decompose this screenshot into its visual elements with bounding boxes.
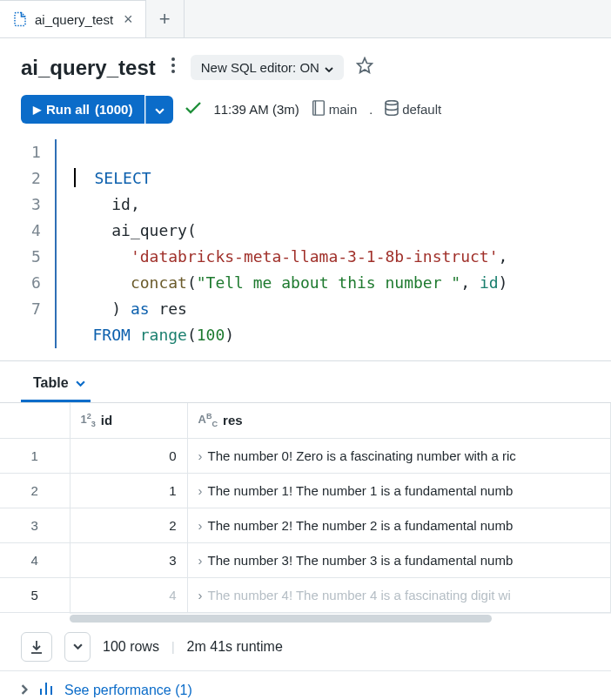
query-file-icon bbox=[12, 11, 28, 27]
results-tab-table[interactable]: Table bbox=[21, 367, 91, 402]
text-cursor bbox=[74, 168, 76, 187]
horizontal-scrollbar[interactable] bbox=[70, 613, 611, 623]
catalog-icon bbox=[312, 100, 326, 118]
query-toolbar: ▶ Run all (1000) 11:39 AM (3m) main . de… bbox=[0, 90, 611, 136]
string-type-icon: ABC bbox=[198, 412, 218, 428]
database-icon bbox=[385, 100, 399, 118]
results-table: 123 id ABC res 1 0 ›The number 0! Zero i… bbox=[0, 403, 611, 613]
results-tab-label: Table bbox=[33, 375, 69, 391]
row-number: 1 bbox=[0, 438, 70, 473]
chevron-right-icon[interactable]: › bbox=[198, 448, 203, 463]
chevron-right-icon[interactable]: › bbox=[198, 518, 203, 533]
cell-id: 2 bbox=[70, 508, 187, 542]
see-performance-label: See performance (1) bbox=[64, 683, 192, 698]
divider: | bbox=[171, 640, 175, 654]
line-gutter: 1234567 bbox=[9, 139, 57, 348]
last-run-timestamp: 11:39 AM (3m) bbox=[213, 102, 299, 117]
column-label: res bbox=[223, 413, 243, 427]
download-button[interactable] bbox=[21, 632, 52, 662]
chevron-down-icon[interactable] bbox=[76, 377, 85, 389]
results-table-wrap: 123 id ABC res 1 0 ›The number 0! Zero i… bbox=[0, 402, 611, 623]
row-count: 100 rows bbox=[103, 639, 159, 655]
cell-res: ›The number 2! The number 2 is a fundame… bbox=[187, 508, 611, 542]
column-header-res[interactable]: ABC res bbox=[187, 403, 611, 438]
catalog-schema-separator: . bbox=[369, 103, 373, 117]
cell-res: ›The number 4! The number 4 is a fascina… bbox=[187, 577, 611, 612]
run-limit: (1000) bbox=[95, 102, 132, 117]
cell-res: ›The number 0! Zero is a fascinating num… bbox=[187, 438, 611, 473]
file-tab-label: ai_query_test bbox=[35, 12, 113, 27]
catalog-selector[interactable]: main bbox=[312, 100, 358, 118]
column-header-id[interactable]: 123 id bbox=[70, 403, 187, 438]
run-dropdown-button[interactable] bbox=[145, 96, 173, 124]
row-number: 2 bbox=[0, 473, 70, 508]
svg-rect-4 bbox=[312, 101, 324, 115]
close-icon[interactable]: × bbox=[124, 10, 133, 29]
row-number: 3 bbox=[0, 508, 70, 542]
cell-res: ›The number 1! The number 1 is a fundame… bbox=[187, 473, 611, 508]
cell-id: 1 bbox=[70, 473, 187, 508]
table-row[interactable]: 2 1 ›The number 1! The number 1 is a fun… bbox=[0, 473, 611, 508]
chevron-right-icon[interactable]: › bbox=[198, 483, 203, 498]
favorite-button[interactable] bbox=[356, 57, 373, 79]
schema-selector[interactable]: default bbox=[385, 100, 441, 118]
sql-editor-toggle-label: New SQL editor: ON bbox=[201, 60, 319, 75]
see-performance-button[interactable]: See performance (1) bbox=[0, 670, 611, 701]
bar-chart-icon bbox=[38, 682, 54, 699]
query-header: ai_query_test New SQL editor: ON bbox=[0, 38, 611, 90]
row-number: 4 bbox=[0, 542, 70, 577]
column-label: id bbox=[101, 413, 112, 427]
file-tab[interactable]: ai_query_test × bbox=[0, 0, 146, 37]
schema-name: default bbox=[402, 102, 441, 117]
play-icon: ▶ bbox=[33, 104, 41, 116]
query-title[interactable]: ai_query_test bbox=[21, 56, 156, 80]
runtime: 2m 41s runtime bbox=[187, 639, 283, 655]
svg-point-6 bbox=[386, 101, 398, 105]
more-menu-button[interactable] bbox=[168, 54, 178, 81]
chevron-right-icon[interactable]: › bbox=[198, 553, 203, 568]
table-row[interactable]: 1 0 ›The number 0! Zero is a fascinating… bbox=[0, 438, 611, 473]
svg-marker-3 bbox=[358, 57, 373, 72]
svg-point-0 bbox=[171, 57, 175, 61]
row-number-header[interactable] bbox=[0, 403, 70, 438]
results-footer: 100 rows | 2m 41s runtime bbox=[0, 623, 611, 670]
new-tab-button[interactable]: + bbox=[146, 0, 185, 37]
chevron-right-icon[interactable]: › bbox=[198, 588, 203, 602]
cell-res: ›The number 3! The number 3 is a fundame… bbox=[187, 542, 611, 577]
table-row[interactable]: 3 2 ›The number 2! The number 2 is a fun… bbox=[0, 508, 611, 542]
svg-point-2 bbox=[171, 70, 175, 73]
sql-editor[interactable]: 1234567 SELECT id, ai_query( 'databricks… bbox=[0, 136, 611, 360]
chevron-down-icon bbox=[325, 60, 333, 75]
row-number: 5 bbox=[0, 577, 70, 612]
cell-id: 0 bbox=[70, 438, 187, 473]
run-label: Run all bbox=[46, 102, 90, 117]
code-content[interactable]: SELECT id, ai_query( 'databricks-meta-ll… bbox=[57, 139, 508, 348]
run-all-button[interactable]: ▶ Run all (1000) bbox=[21, 95, 144, 124]
catalog-name: main bbox=[329, 102, 358, 117]
cell-id: 4 bbox=[70, 577, 187, 612]
success-icon bbox=[185, 100, 201, 118]
numeric-type-icon: 123 bbox=[81, 412, 96, 428]
tab-bar: ai_query_test × + bbox=[0, 0, 611, 38]
download-dropdown[interactable] bbox=[64, 632, 91, 662]
table-row[interactable]: 4 3 ›The number 3! The number 3 is a fun… bbox=[0, 542, 611, 577]
sql-editor-toggle[interactable]: New SQL editor: ON bbox=[191, 55, 344, 80]
table-row[interactable]: 5 4 ›The number 4! The number 4 is a fas… bbox=[0, 577, 611, 612]
results-tabbar: Table bbox=[0, 360, 611, 402]
cell-id: 3 bbox=[70, 542, 187, 577]
chevron-right-icon bbox=[21, 683, 28, 698]
svg-point-1 bbox=[171, 64, 175, 67]
